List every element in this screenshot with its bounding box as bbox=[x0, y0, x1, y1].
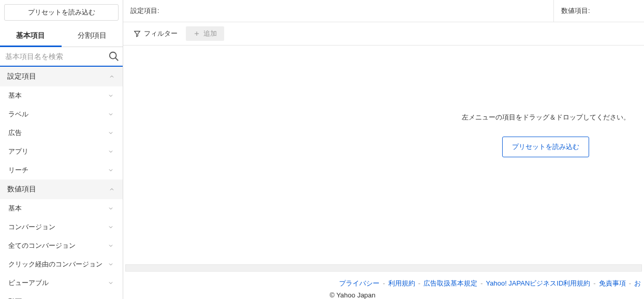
header-settings-label: 設定項目: bbox=[123, 0, 553, 22]
filter-label: フィルター bbox=[144, 29, 178, 38]
category-label: 設定項目 bbox=[7, 72, 36, 81]
sidebar-item-label: 動画 bbox=[8, 297, 22, 299]
footer-link[interactable]: 広告取扱基本規定 bbox=[423, 279, 477, 287]
main: 設定項目: 数値項目: フィルター 追加 左メニューの項目をドラッグ＆ドロップし… bbox=[123, 0, 644, 299]
search-input[interactable] bbox=[3, 49, 108, 64]
sidebar-item-label: リーチ bbox=[8, 166, 28, 175]
chevron-up-icon bbox=[108, 73, 115, 80]
sidebar-item[interactable]: 広告 bbox=[0, 124, 123, 142]
chevron-down-icon bbox=[107, 111, 114, 118]
add-label: 追加 bbox=[203, 29, 217, 38]
sidebar-item[interactable]: ラベル bbox=[0, 105, 123, 124]
sidebar-item[interactable]: アプリ bbox=[0, 142, 123, 161]
horizontal-scrollbar[interactable] bbox=[125, 264, 642, 272]
sidebar-item-label: 基本 bbox=[8, 91, 22, 100]
empty-state: 左メニューの項目をドラッグ＆ドロップしてください。 プリセットを読み込む bbox=[458, 113, 634, 157]
category-label: 数値項目 bbox=[7, 185, 36, 194]
separator: - bbox=[383, 279, 385, 287]
sidebar-item-label: 基本 bbox=[8, 204, 22, 213]
sidebar-item-label: アプリ bbox=[8, 147, 28, 156]
search-icon[interactable] bbox=[108, 51, 120, 62]
chevron-down-icon bbox=[107, 279, 114, 287]
chevron-down-icon bbox=[107, 205, 114, 212]
sidebar-item-label: クリック経由のコンバージョン bbox=[8, 260, 103, 269]
svg-marker-2 bbox=[135, 31, 140, 37]
empty-message-text: 左メニューの項目をドラッグ＆ドロップしてください。 bbox=[458, 113, 634, 122]
footer-links: プライバシー-利用規約-広告取扱基本規定-Yahoo! JAPANビジネスID利… bbox=[123, 279, 644, 288]
footer: プライバシー-利用規約-広告取扱基本規定-Yahoo! JAPANビジネスID利… bbox=[123, 272, 644, 299]
footer-link[interactable]: 利用規約 bbox=[388, 279, 415, 287]
footer-link[interactable]: Yahoo! JAPANビジネスID利用規約 bbox=[486, 279, 591, 287]
category-settings[interactable]: 設定項目 bbox=[0, 67, 123, 86]
svg-line-1 bbox=[115, 58, 119, 61]
sidebar-item[interactable]: コンバージョン bbox=[0, 218, 123, 236]
sidebar-item-label: ラベル bbox=[8, 110, 28, 119]
header-values-label: 数値項目: bbox=[553, 0, 644, 22]
separator: - bbox=[480, 279, 482, 287]
chevron-up-icon bbox=[108, 186, 115, 193]
chevron-down-icon bbox=[107, 242, 114, 249]
sidebar-item-label: ビューアブル bbox=[8, 278, 49, 288]
filter-icon bbox=[134, 30, 141, 37]
sidebar-item-label: 広告 bbox=[8, 128, 22, 138]
tab-split[interactable]: 分割項目 bbox=[62, 25, 123, 47]
preset-load-button-main[interactable]: プリセットを読み込む bbox=[502, 137, 589, 157]
separator: - bbox=[418, 279, 420, 287]
chevron-down-icon bbox=[107, 129, 114, 137]
preset-load-button-sidebar[interactable]: プリセットを読み込む bbox=[4, 4, 119, 21]
chevron-down-icon bbox=[107, 167, 114, 174]
chevron-down-icon bbox=[107, 148, 114, 155]
chevron-down-icon bbox=[107, 223, 114, 231]
plus-icon bbox=[193, 30, 200, 37]
sidebar-item-label: コンバージョン bbox=[8, 222, 55, 232]
sidebar-item[interactable]: リーチ bbox=[0, 161, 123, 180]
chevron-down-icon bbox=[107, 261, 114, 268]
copyright: © Yahoo Japan bbox=[123, 291, 644, 299]
category-values[interactable]: 数値項目 bbox=[0, 180, 123, 199]
filter-button[interactable]: フィルター bbox=[130, 27, 181, 40]
footer-link[interactable]: プライバシー bbox=[339, 279, 379, 287]
add-button: 追加 bbox=[186, 26, 224, 41]
separator: - bbox=[593, 279, 595, 287]
sidebar-item[interactable]: 基本 bbox=[0, 199, 123, 218]
sidebar-item[interactable]: 動画 bbox=[0, 292, 123, 299]
chevron-down-icon bbox=[107, 92, 114, 99]
search-row bbox=[0, 47, 123, 67]
sidebar-item[interactable]: クリック経由のコンバージョン bbox=[0, 255, 123, 274]
sidebar: プリセットを読み込む 基本項目 分割項目 設定項目 基本ラベル広告アプリリーチ … bbox=[0, 0, 123, 299]
sidebar-item[interactable]: 全てのコンバージョン bbox=[0, 236, 123, 255]
content-area: 左メニューの項目をドラッグ＆ドロップしてください。 プリセットを読み込む bbox=[123, 46, 644, 264]
sidebar-list: 設定項目 基本ラベル広告アプリリーチ 数値項目 基本コンバージョン全てのコンバー… bbox=[0, 67, 123, 299]
sidebar-tabs: 基本項目 分割項目 bbox=[0, 25, 123, 47]
sidebar-item[interactable]: 基本 bbox=[0, 86, 123, 105]
svg-point-0 bbox=[110, 52, 116, 59]
separator: - bbox=[629, 279, 631, 287]
footer-link[interactable]: お bbox=[634, 279, 641, 287]
tab-basic[interactable]: 基本項目 bbox=[0, 25, 62, 47]
toolbar: フィルター 追加 bbox=[123, 22, 644, 46]
sidebar-item-label: 全てのコンバージョン bbox=[8, 241, 76, 250]
header-row: 設定項目: 数値項目: bbox=[123, 0, 644, 22]
footer-link[interactable]: 免責事項 bbox=[599, 279, 626, 287]
sidebar-item[interactable]: ビューアブル bbox=[0, 274, 123, 292]
